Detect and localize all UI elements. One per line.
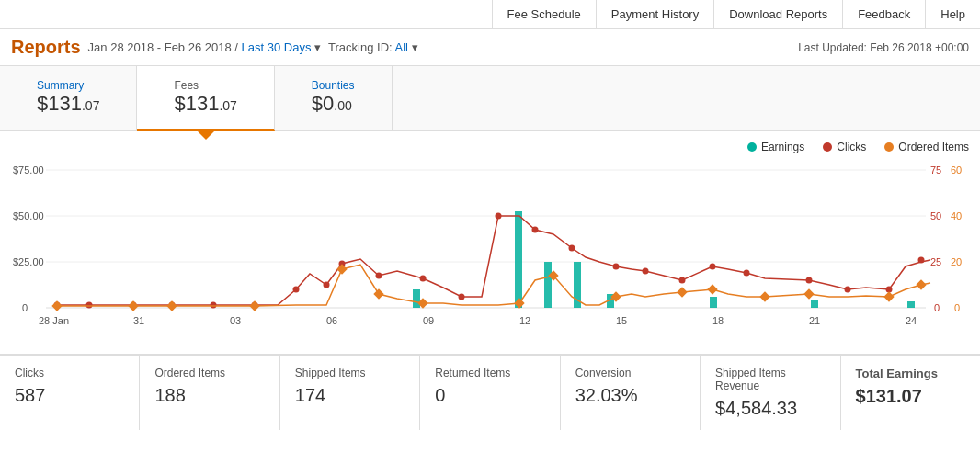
svg-point-43 — [376, 273, 382, 279]
svg-point-40 — [293, 287, 300, 293]
svg-point-47 — [532, 227, 539, 233]
tab-fees-label: Fees — [174, 79, 236, 92]
svg-text:40: 40 — [951, 210, 962, 221]
legend-earnings: Earnings — [747, 141, 804, 153]
header-row: Reports Jan 28 2018 - Feb 26 2018 / Last… — [0, 29, 980, 66]
header-left: Reports Jan 28 2018 - Feb 26 2018 / Last… — [11, 37, 418, 58]
feedback-button[interactable]: Feedback — [842, 0, 925, 28]
tracking-value[interactable]: All — [395, 40, 408, 54]
stat-earnings-label: Total Earnings — [856, 367, 965, 380]
stat-conversion-value: 32.03% — [575, 385, 685, 406]
stat-returned-label: Returned Items — [435, 367, 544, 379]
svg-point-55 — [845, 287, 851, 293]
svg-rect-63 — [373, 288, 383, 299]
earnings-dot — [747, 142, 757, 152]
svg-point-38 — [211, 302, 217, 309]
svg-rect-32 — [811, 300, 818, 308]
tab-summary-label: Summary — [37, 79, 99, 92]
svg-text:0: 0 — [22, 302, 28, 313]
svg-point-49 — [613, 264, 620, 270]
svg-text:75: 75 — [930, 164, 941, 175]
page-title: Reports — [11, 37, 81, 58]
stat-clicks-value: 587 — [15, 385, 124, 406]
svg-rect-73 — [916, 279, 926, 289]
stat-returned-value: 0 — [435, 385, 544, 406]
svg-text:0: 0 — [934, 302, 940, 313]
svg-text:50: 50 — [930, 210, 941, 221]
svg-point-46 — [496, 213, 502, 220]
stat-shipped-revenue: Shipped Items Revenue $4,584.33 — [701, 356, 840, 430]
svg-text:21: 21 — [809, 315, 820, 326]
svg-point-35 — [86, 302, 93, 309]
svg-point-51 — [679, 277, 686, 284]
date-range: Jan 28 2018 - Feb 26 2018 / Last 30 Days… — [88, 40, 321, 54]
tab-summary[interactable]: Summary $131.07 — [0, 66, 137, 130]
stat-conversion-label: Conversion — [575, 367, 685, 379]
clicks-dot — [823, 142, 832, 152]
svg-rect-58 — [51, 300, 62, 311]
svg-point-57 — [918, 257, 925, 264]
svg-text:28 Jan: 28 Jan — [39, 315, 69, 326]
stat-shipped-label: Shipped Items — [295, 367, 405, 379]
chart-area: Earnings Clicks Ordered Items $75.00 $50… — [0, 131, 980, 354]
summary-tabs: Summary $131.07 Fees $131.07 Bounties $0… — [0, 66, 980, 131]
svg-point-41 — [324, 282, 330, 288]
svg-text:60: 60 — [951, 164, 962, 175]
svg-point-53 — [744, 270, 750, 277]
stat-earnings-value: $131.07 — [856, 386, 965, 407]
download-reports-button[interactable]: Download Reports — [713, 0, 842, 28]
tab-bounties-label: Bounties — [312, 79, 355, 92]
svg-rect-70 — [759, 291, 769, 301]
svg-rect-61 — [249, 300, 259, 311]
svg-rect-31 — [710, 297, 717, 308]
svg-point-54 — [806, 277, 813, 284]
svg-rect-69 — [707, 284, 717, 294]
svg-point-44 — [420, 276, 427, 282]
svg-rect-26 — [413, 289, 420, 308]
svg-point-50 — [643, 268, 649, 275]
earnings-label: Earnings — [761, 141, 804, 153]
ordered-items-dot — [884, 142, 894, 152]
help-button[interactable]: Help — [925, 0, 980, 28]
stat-conversion: Conversion 32.03% — [561, 356, 701, 430]
stat-total-earnings: Total Earnings $131.07 — [841, 356, 980, 430]
stats-bar: Clicks 587 Ordered Items 188 Shipped Ite… — [0, 354, 980, 430]
ordered-items-label: Ordered Items — [898, 141, 969, 153]
stat-clicks: Clicks 587 — [0, 356, 140, 430]
stat-revenue-label: Shipped Items Revenue — [715, 367, 825, 392]
last-updated: Last Updated: Feb 26 2018 +00:00 — [798, 41, 969, 54]
date-range-link[interactable]: Last 30 Days — [242, 40, 312, 54]
svg-text:12: 12 — [519, 315, 530, 326]
stat-ordered-items: Ordered Items 188 — [140, 356, 279, 430]
tab-fees[interactable]: Fees $131.07 — [137, 66, 274, 131]
tab-fees-value: $131.07 — [174, 92, 236, 116]
stat-returned-items: Returned Items 0 — [420, 356, 560, 430]
tab-bounties-value: $0.00 — [312, 92, 355, 116]
fee-schedule-button[interactable]: Fee Schedule — [492, 0, 596, 28]
svg-rect-60 — [166, 300, 177, 311]
date-range-text: Jan 28 2018 - Feb 26 2018 / — [88, 40, 238, 54]
clicks-label: Clicks — [837, 141, 866, 153]
svg-rect-72 — [883, 291, 894, 301]
svg-rect-62 — [336, 264, 347, 274]
svg-rect-27 — [515, 211, 522, 308]
tab-bounties[interactable]: Bounties $0.00 — [275, 66, 393, 130]
svg-text:25: 25 — [930, 256, 941, 267]
svg-rect-33 — [907, 301, 915, 308]
svg-text:0: 0 — [954, 302, 960, 313]
svg-text:18: 18 — [712, 315, 724, 326]
svg-rect-28 — [544, 262, 552, 308]
svg-text:24: 24 — [906, 315, 917, 326]
payment-history-button[interactable]: Payment History — [596, 0, 713, 28]
tab-summary-value: $131.07 — [37, 92, 99, 116]
svg-point-52 — [710, 264, 716, 270]
svg-point-48 — [569, 245, 575, 252]
svg-text:31: 31 — [133, 315, 144, 326]
stat-shipped-value: 174 — [295, 385, 405, 406]
legend-clicks: Clicks — [823, 141, 866, 153]
svg-text:03: 03 — [230, 315, 241, 326]
svg-text:$50.00: $50.00 — [13, 210, 44, 221]
tracking-id: Tracking ID: All ▾ — [328, 40, 418, 54]
svg-rect-59 — [128, 300, 138, 311]
svg-rect-68 — [677, 287, 687, 297]
